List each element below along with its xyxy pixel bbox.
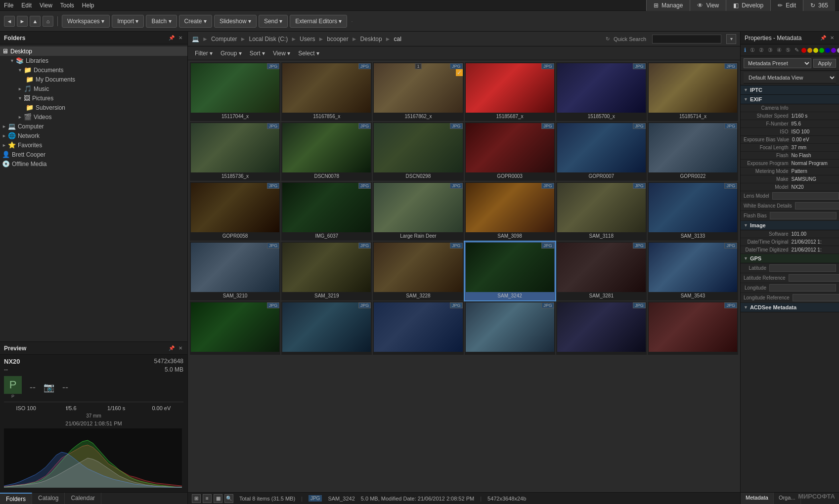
thumb-btn-4[interactable]: 🔍 [224,494,233,503]
thumb-item-SAM_3210[interactable]: JPGSAM_3210 [190,242,280,300]
bc-local-disk[interactable]: Local Disk (C:) [249,36,288,42]
send-button[interactable]: Send ▾ [259,15,288,28]
menu-tools[interactable]: Tools [60,2,74,9]
lon-input[interactable] [769,284,836,292]
thumb-item-DSCN0298[interactable]: JPGDSCN0298 [373,122,463,181]
latref-input[interactable] [789,274,839,282]
back-button[interactable]: ◄ [4,16,15,27]
lonref-input[interactable] [793,294,839,301]
thumb-item-row4_4[interactable]: JPG [465,301,555,355]
quick-search-input[interactable] [652,35,721,43]
thumb-btn-3[interactable]: ▦ [214,494,222,503]
tab-manage[interactable]: ⊞ Manage [646,0,690,11]
wb-value-input[interactable] [795,202,839,210]
lens-value-input[interactable] [772,192,839,200]
external-editors-button[interactable]: External Editors ▾ [290,15,347,28]
color-dot-gray[interactable] [837,48,839,53]
gps-header[interactable]: ▼ GPS [741,254,839,263]
color-dot-blue[interactable] [825,48,830,53]
prop-icon-4[interactable]: ④ [775,46,783,54]
thumb-item-15167862_x[interactable]: JPG1✓15167862_x [373,62,463,121]
workspaces-button[interactable]: Workspaces ▾ [62,15,110,28]
right-close-button[interactable]: ✕ [829,34,835,42]
rbottom-orga[interactable]: Orga... [774,493,801,504]
thumb-item-SAM_3228[interactable]: JPGSAM_3228 [373,242,463,300]
tree-item-computer[interactable]: ► 💻 Computer [0,122,187,131]
color-dot-green[interactable] [819,48,824,53]
apply-button[interactable]: Apply [813,59,836,68]
tree-item-brett-cooper[interactable]: 👤 Brett Cooper [0,150,187,159]
thumb-item-SAM_3543[interactable]: JPGSAM_3543 [648,242,738,300]
meta-preset-select[interactable]: Metadata Preset [744,58,811,68]
thumb-btn-2[interactable]: ≡ [203,494,212,503]
right-pin-button[interactable]: 📌 [819,34,827,42]
bc-users[interactable]: Users [300,36,315,42]
btab-calendar[interactable]: Calendar [65,493,101,504]
import-button[interactable]: Import ▾ [112,15,144,28]
thumb-item-15185700_x[interactable]: JPG15185700_x [556,62,647,121]
rbottom-metadata[interactable]: Metadata [741,493,774,504]
thumb-item-15167856_x[interactable]: JPG15167856_x [281,62,372,121]
panel-close-button[interactable]: ✕ [177,34,183,42]
thumb-item-SAM_3281[interactable]: JPGSAM_3281 [556,242,647,300]
breadcrumb-refresh-button[interactable]: ↻ [605,35,611,42]
thumb-item-GOPR0022[interactable]: JPGGOPR0022 [648,122,738,181]
tree-item-music[interactable]: ► 🎵 Music [0,84,187,93]
thumb-item-SAM_3133[interactable]: JPGSAM_3133 [648,182,738,241]
thumb-item-row4_3[interactable]: JPG [373,301,463,355]
prop-icon-3[interactable]: ③ [766,46,774,54]
lat-input[interactable] [769,264,836,272]
prop-icon-edit[interactable]: ✎ [793,46,800,54]
thumb-item-GOPR0007[interactable]: JPGGOPR0007 [556,122,647,181]
home-button[interactable]: ⌂ [43,16,53,27]
slideshow-button[interactable]: Slideshow ▾ [214,15,257,28]
menu-file[interactable]: File [4,2,13,9]
batch-button[interactable]: Batch ▾ [146,15,177,28]
tab-view[interactable]: 👁 View [690,0,726,11]
meta-view-select[interactable]: Default Metadata View [744,72,836,84]
menu-edit[interactable]: Edit [21,2,32,9]
tree-item-libraries[interactable]: ▼ 📚 Libraries [0,56,187,65]
thumb-item-SAM_3118[interactable]: JPGSAM_3118 [556,182,647,241]
color-dot-yellow[interactable] [813,48,818,53]
preview-pin-button[interactable]: 📌 [168,344,176,352]
thumb-item-GOPR0058[interactable]: JPGGOPR0058 [190,182,280,241]
thumb-item-DSCN0078[interactable]: JPGDSCN0078 [281,122,372,181]
acdsee-header[interactable]: ▼ ACDSee Metadata [741,303,839,312]
prop-icon-1[interactable]: ① [749,46,756,54]
group-button[interactable]: Group ▾ [218,49,245,58]
prop-icon-info[interactable]: ℹ [743,46,748,54]
tab-edit[interactable]: ✏ Edit [770,0,803,11]
thumb-item-row4_2[interactable]: JPG [281,301,372,355]
thumb-item-IMG_6037[interactable]: JPGIMG_6037 [281,182,372,241]
thumb-btn-1[interactable]: ⊞ [192,494,201,503]
thumb-item-15185736_x[interactable]: JPG15185736_x [190,122,280,181]
thumb-item-15117044_x[interactable]: JPG15117044_x [190,62,280,121]
filter-button[interactable]: Filter ▾ [192,49,216,58]
tree-item-my-documents[interactable]: 📁 My Documents [0,75,187,84]
iptc-header[interactable]: ▼ IPTC [741,85,839,95]
image-header[interactable]: ▼ Image [741,221,839,230]
tab-develop[interactable]: ◧ Develop [726,0,770,11]
thumb-item-15185714_x[interactable]: JPG15185714_x [648,62,738,121]
thumb-item-row4_1[interactable]: JPG [190,301,280,355]
tab-365[interactable]: ↻ 365 [803,0,835,11]
color-dot-purple[interactable] [831,48,836,53]
qs-expand-button[interactable]: ▾ [726,34,736,44]
menu-view[interactable]: View [40,2,52,9]
create-button[interactable]: Create ▾ [179,15,212,28]
tree-item-favorites[interactable]: ► ⭐ Favorites [0,140,187,150]
panel-pin-button[interactable]: 📌 [168,34,176,42]
view-button[interactable]: View ▾ [270,49,293,58]
up-button[interactable]: ▲ [30,16,41,27]
btab-folders[interactable]: Folders [0,493,32,504]
tree-item-offline-media[interactable]: 💿 Offline Media [0,159,187,168]
select-button[interactable]: Select ▾ [295,49,322,58]
sort-button[interactable]: Sort ▾ [247,49,268,58]
thumb-item-15185687_x[interactable]: JPG15185687_x [465,62,555,121]
thumb-item-SAM_3219[interactable]: JPGSAM_3219 [281,242,372,300]
thumb-item-SAM_3098[interactable]: JPGSAM_3098 [465,182,555,241]
tree-item-videos[interactable]: ► 🎬 Videos [0,112,187,122]
color-dot-red[interactable] [801,48,806,53]
prop-icon-5[interactable]: ⑤ [784,46,792,54]
